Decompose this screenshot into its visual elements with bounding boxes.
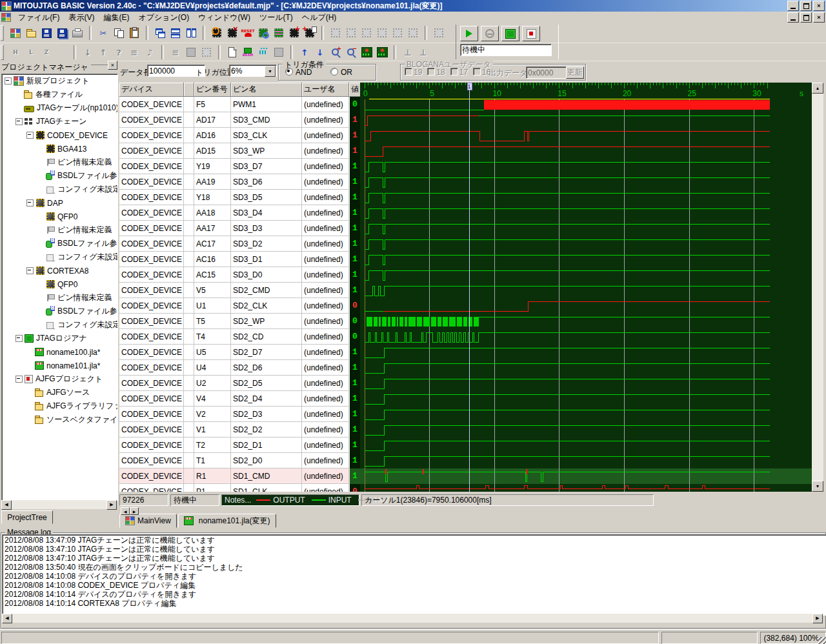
cut-button[interactable]: ✂ [96,25,111,41]
scroll-down-icon[interactable]: ▼ [812,481,823,492]
close-button[interactable]: × [813,1,825,11]
tree-item-bga413[interactable]: BGA413 [2,142,117,156]
set-blank-button[interactable] [54,45,70,60]
tree-item-dap[interactable]: DAP [2,196,117,210]
erase-device-button[interactable]: ≡ [126,45,142,60]
tree-item-jtag[interactable]: JTAGロジアナ [2,332,117,345]
tree-item-[interactable]: ソースベクタファイル [2,413,117,427]
tree-item-[interactable]: ピン情報未定義 [2,156,117,169]
table-row-sd2_d4[interactable]: CODEX_DEVICEV4SD2_D4(undefined) [119,391,350,407]
cascade-windows-button[interactable] [152,25,168,41]
scroll-left-icon[interactable]: ◀ [2,614,12,623]
table-row-sd3_d1[interactable]: CODEX_DEVICEAC16SD3_D1(undefined) [119,252,350,267]
table-row-sd3_d7[interactable]: CODEX_DEVICEY19SD3_D7(undefined) [119,159,350,174]
device-slot-4-button[interactable] [374,25,390,41]
table-row-sd3_clk[interactable]: CODEX_DEVICEAD16SD3_CLK(undefined) [119,128,350,143]
scroll-up-icon[interactable]: ▲ [812,83,823,94]
detect-chain-button[interactable] [209,25,225,41]
stop-button[interactable] [522,26,540,41]
table-row-sd2_cd[interactable]: CODEX_DEVICET4SD2_CD(undefined) [119,329,350,345]
bram-view-button[interactable]: BRAM [240,45,256,60]
table-row-sd3_d6[interactable]: CODEX_DEVICEAA19SD3_D6(undefined) [119,174,350,190]
table-row-sd1_cmd[interactable]: CODEX_DEVICER1SD1_CMD(undefined) [119,468,350,484]
collapse-icon[interactable] [5,77,12,85]
table-row-sd3_cmd[interactable]: CODEX_DEVICEAD17SD3_CMD(undefined) [119,112,350,128]
trigger-or-radio[interactable]: OR [330,68,352,77]
table-row-sd3_wp[interactable]: CODEX_DEVICEAD15SD3_WP(undefined) [119,143,350,159]
table-row-sd2_d0[interactable]: CODEX_DEVICET1SD2_D0(undefined) [119,453,350,468]
tree-item-jtag[interactable]: JTAGチェーン [2,115,117,128]
copy-button[interactable] [111,25,126,41]
tree-item-codex_device[interactable]: CODEX_DEVICE [2,128,117,142]
table-row-sd2_wp[interactable]: CODEX_DEVICET5SD2_WP(undefined) [119,314,350,329]
view-tab-mainview[interactable]: MainView [119,514,177,528]
collapse-icon[interactable] [26,132,34,139]
waveform-settings-button[interactable] [256,45,271,60]
trigger-and-radio[interactable]: AND [285,68,312,77]
device-view-button[interactable] [199,45,214,60]
tree-item-noname100jla[interactable]: noname100.jla* [2,345,117,359]
restore-button[interactable] [800,1,812,11]
set-high-button[interactable]: H [8,45,23,60]
collapse-icon[interactable] [15,376,23,383]
tree-item-bsdl[interactable]: BSDLファイル参照 [2,237,117,250]
tree-item-noname101jla[interactable]: noname101.jla* [2,359,117,372]
waveform-canvas[interactable]: 051015202530s1 [360,83,812,492]
new-project-button[interactable] [8,25,23,41]
blogana-check-19[interactable]: 19 [405,68,422,77]
pin-list-button[interactable]: ≡ [168,45,183,60]
panel-close-icon[interactable]: × [108,61,117,70]
read-device-button[interactable]: ↑ [96,45,111,60]
tree-item-ajfg[interactable]: AJFGプロジェクト [2,372,117,386]
zoom-in-button[interactable]: + [328,45,343,60]
tree-item-[interactable]: ピン情報未定義 [2,291,117,305]
scroll-right-icon[interactable]: ▶ [106,500,117,510]
collapse-icon[interactable] [15,118,23,125]
scroll-up-button[interactable]: ↑ [297,45,312,60]
view-tab-waveform[interactable]: noname101.jla(変更) [178,514,276,528]
scroll-down-button[interactable]: ↓ [312,45,328,60]
tab-scroll-right-icon[interactable]: ▶ [130,507,139,515]
table-row-sd2_cmd[interactable]: CODEX_DEVICEV5SD2_CMD(undefined) [119,283,350,298]
tree-item-cortexa8[interactable]: CORTEXA8 [2,264,117,277]
secure-device-button[interactable]: ♪ [142,45,157,60]
autodetect-device-button[interactable] [256,25,271,41]
open-button[interactable] [23,25,39,41]
tree-item-ajfg[interactable]: AJFGソース [2,386,117,399]
boundary-scan-view-button[interactable] [271,25,287,41]
tree-item-[interactable]: ピン情報未定義 [2,223,117,237]
paste-button[interactable] [126,25,142,41]
update-button[interactable]: 更新 [566,66,584,79]
save-button[interactable] [39,25,54,41]
collapse-icon[interactable] [26,267,34,274]
child-minimize-button[interactable] [787,12,799,23]
tree-item-bsdl[interactable]: BSDLファイル参照 [2,169,117,183]
collapse-icon[interactable] [26,199,34,206]
wave-zoom-out-button[interactable]: ∗ [374,45,390,60]
tree-item-[interactable]: コンフィグ未設定 [2,250,117,264]
verify-device-button[interactable]: ? [111,45,126,60]
waveform-vscrollbar[interactable]: ▲ ▼ [812,83,823,492]
print-button[interactable] [70,25,85,41]
tile-horizontal-button[interactable] [168,25,183,41]
add-device-button[interactable]: + [287,25,302,41]
table-row-sd3_d0[interactable]: CODEX_DEVICEAC15SD3_D0(undefined) [119,267,350,283]
gray-box-button[interactable] [183,45,199,60]
plug-1-button[interactable]: ⊥ [400,45,416,60]
message-log-list[interactable]: 2012/08/08 13:47:09 JTAGチェーンは正常に機能しています2… [2,534,826,616]
table-row-sd2_d3[interactable]: CODEX_DEVICEV2SD2_D3(undefined) [119,407,350,422]
table-row-sd3_d3[interactable]: CODEX_DEVICEAA17SD3_D3(undefined) [119,221,350,236]
collapse-icon[interactable] [15,335,23,342]
table-row-sd3_d4[interactable]: CODEX_DEVICEAA18SD3_D4(undefined) [119,205,350,221]
header-pin[interactable]: ピン番号 [194,83,231,97]
tree-item-[interactable]: 新規プロジェクト [2,74,117,88]
table-row-sd3_d2[interactable]: CODEX_DEVICEAC17SD3_D2(undefined) [119,236,350,252]
tree-item-qfp0[interactable]: QFP0 [2,210,117,223]
table-row-sd1_clk[interactable]: CODEX_DEVICEP1SD1_CLK(undefined) [119,484,350,492]
menu-item-3[interactable]: オプション(O) [134,12,194,23]
new-waveform-button[interactable] [225,45,240,60]
table-row-sd2_d5[interactable]: CODEX_DEVICEU2SD2_D5(undefined) [119,376,350,391]
table-row-sd2_d7[interactable]: CODEX_DEVICEU5SD2_D7(undefined) [119,345,350,360]
tree-item-[interactable]: コンフィグ未設定 [2,183,117,196]
table-row-sd3_d5[interactable]: CODEX_DEVICEY18SD3_D5(undefined) [119,190,350,205]
